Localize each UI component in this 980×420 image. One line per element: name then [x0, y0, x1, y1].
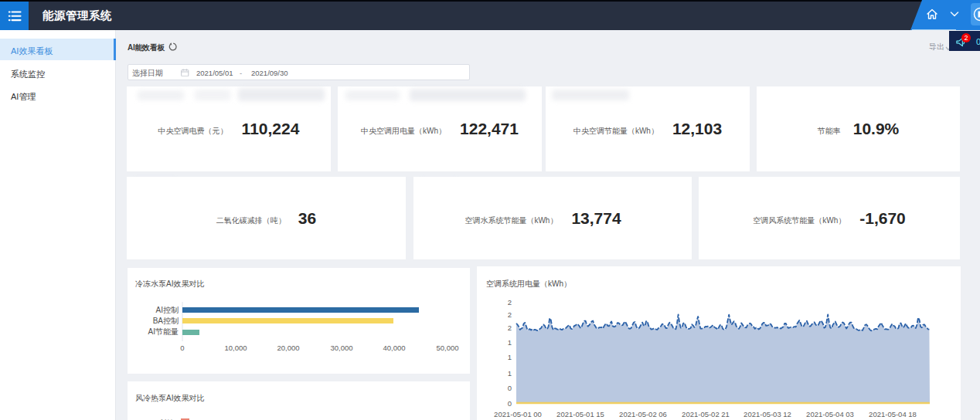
svg-text:2021-05-01 15: 2021-05-01 15	[556, 410, 604, 418]
svg-text:AI节能量: AI节能量	[148, 327, 179, 336]
svg-text:2: 2	[508, 298, 512, 307]
svg-text:2021-05-04 03: 2021-05-04 03	[806, 410, 854, 418]
svg-text:1: 1	[508, 369, 512, 378]
svg-text:1: 1	[508, 353, 512, 361]
svg-text:20,000: 20,000	[277, 344, 299, 352]
svg-text:2021-05-04 18: 2021-05-04 18	[869, 410, 917, 418]
svg-text:50,000: 50,000	[436, 344, 458, 352]
svg-text:0: 0	[508, 399, 512, 408]
svg-text:2021-05-03 12: 2021-05-03 12	[744, 410, 791, 418]
svg-text:2021-05-02 06: 2021-05-02 06	[619, 410, 667, 418]
svg-text:2: 2	[508, 323, 512, 332]
svg-text:2: 2	[508, 310, 512, 319]
svg-text:2021-05-02 21: 2021-05-02 21	[682, 410, 730, 418]
svg-text:40,000: 40,000	[383, 344, 405, 352]
svg-text:0: 0	[508, 384, 512, 392]
svg-text:30,000: 30,000	[330, 344, 352, 352]
svg-text:2021-05-01 00: 2021-05-01 00	[494, 410, 542, 418]
svg-text:AI控制: AI控制	[156, 306, 179, 314]
svg-text:10,000: 10,000	[224, 344, 247, 352]
svg-text:0: 0	[180, 344, 184, 352]
svg-text:1: 1	[508, 338, 512, 347]
svg-text:BA控制: BA控制	[153, 317, 179, 325]
